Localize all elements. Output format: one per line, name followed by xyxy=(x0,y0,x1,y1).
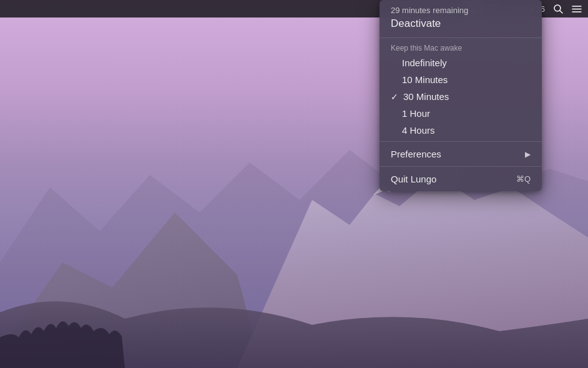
checkmark-icon: ✓ xyxy=(391,92,398,102)
preferences-button[interactable]: Preferences ▶ xyxy=(380,144,542,164)
keep-awake-section: Keep this Mac awake Indefinitely 10 Minu… xyxy=(380,37,542,141)
option-30-minutes[interactable]: ✓ 30 Minutes xyxy=(380,88,542,105)
status-section: 29 minutes remaining Deactivate xyxy=(380,0,542,37)
list-icon[interactable] xyxy=(572,5,582,13)
submenu-arrow-icon: ▶ xyxy=(525,150,531,159)
preferences-section: Preferences ▶ xyxy=(380,141,542,166)
svg-line-2 xyxy=(560,11,562,13)
quit-button[interactable]: Quit Lungo ⌘Q xyxy=(380,169,542,189)
dropdown-menu: 29 minutes remaining Deactivate Keep thi… xyxy=(380,0,542,191)
option-indefinitely[interactable]: Indefinitely xyxy=(380,54,542,71)
quit-shortcut: ⌘Q xyxy=(516,174,531,184)
option-1-hour[interactable]: 1 Hour xyxy=(380,105,542,122)
quit-section: Quit Lungo ⌘Q xyxy=(380,166,542,191)
deactivate-button[interactable]: Deactivate xyxy=(380,16,542,35)
option-10-minutes[interactable]: 10 Minutes xyxy=(380,71,542,88)
remaining-text: 29 minutes remaining xyxy=(380,2,542,16)
option-4-hours[interactable]: 4 Hours xyxy=(380,122,542,139)
search-icon[interactable] xyxy=(554,4,563,14)
keep-awake-header: Keep this Mac awake xyxy=(380,41,542,54)
